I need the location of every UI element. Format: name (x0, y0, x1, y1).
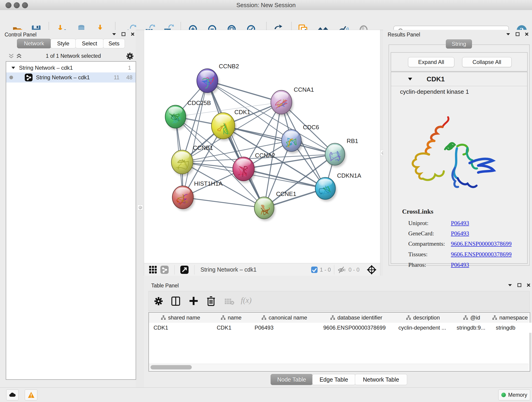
tab-network-table[interactable]: Network Table (355, 374, 407, 385)
crosslink-tissues-link[interactable]: 9606.ENSP00000378699 (451, 251, 512, 258)
panel-menu-icon[interactable] (508, 283, 512, 287)
memory-button[interactable]: Memory (498, 389, 530, 400)
column-header[interactable]: namespace (491, 313, 529, 323)
float-panel-icon[interactable] (517, 283, 521, 287)
network-graph[interactable]: CCNB2CCNA1CDC25BCDK1CDC6RB1CCNB1CCNA2CDK… (144, 30, 380, 263)
horizontal-scrollbar[interactable] (149, 364, 529, 370)
column-header[interactable]: shared name (149, 313, 212, 323)
table-toolbar: f(x) (148, 291, 530, 311)
crosslink-genecard-link[interactable]: P06493 (451, 230, 469, 237)
tab-network[interactable]: Network (17, 39, 51, 48)
function-builder-icon[interactable]: f(x) (241, 296, 252, 305)
delete-table-icon[interactable] (224, 298, 234, 305)
cloud-status-button[interactable] (6, 389, 19, 400)
scrollbar-thumb[interactable] (151, 365, 192, 370)
left-splitter-handle[interactable] (138, 205, 143, 210)
collection-count: 1 (128, 65, 131, 71)
tab-sets[interactable]: Sets (103, 39, 125, 48)
node-CCNB1[interactable]: CCNB1 (171, 144, 213, 176)
network-status-dot (9, 76, 13, 79)
close-panel-icon[interactable] (525, 32, 529, 36)
edge-CCNB2-CCNE1 (207, 81, 264, 208)
edge-CCNB2-HIST1H1A (183, 81, 207, 197)
table-settings-gear-icon[interactable] (154, 297, 163, 306)
delete-column-trash-icon[interactable] (206, 296, 215, 306)
cell-canonical-name: P06493 (250, 323, 323, 333)
node-CCNA1[interactable]: CCNA1 (271, 86, 314, 116)
crosslink-label: Pharos: (408, 262, 426, 268)
table-panel: Table Panel (144, 276, 532, 387)
column-label: name (228, 314, 241, 321)
crosslink-label: Uniprot: (408, 220, 428, 227)
selected-checkbox-icon[interactable] (311, 266, 318, 274)
network-share-icon (25, 73, 33, 82)
node-label-CDC25B: CDC25B (187, 99, 211, 106)
node-CCNB2[interactable]: CCNB2 (197, 63, 239, 95)
crosslink-compartments-link[interactable]: 9606.ENSP00000378699 (451, 240, 512, 247)
node-CCNE1[interactable]: CCNE1 (254, 191, 296, 221)
crosslink-label: Tissues: (408, 251, 428, 258)
column-header[interactable]: canonical name (250, 313, 319, 323)
column-header[interactable]: database identifier (319, 313, 394, 323)
protein-section-header[interactable]: CDK1 (391, 72, 527, 86)
column-header[interactable]: name (212, 313, 250, 323)
network-collection-row[interactable]: String Network – cdk1 1 (6, 63, 136, 73)
network-label: String Network – cdk1 (36, 74, 90, 81)
panel-menu-icon[interactable] (506, 32, 510, 36)
gear-icon[interactable] (126, 52, 134, 60)
network-view-title: String Network – cdk1 (201, 266, 257, 273)
hidden-eye-slash-icon[interactable] (337, 266, 347, 274)
cell-namespace: stringdb (491, 323, 532, 333)
control-panel: Control Panel Network Style Select Sets … (0, 30, 136, 387)
tab-string[interactable]: String (446, 39, 472, 49)
warning-status-button[interactable] (25, 389, 37, 400)
expand-collapse-box: Expand All Collapse All (391, 52, 528, 71)
cell-name: CDK1 (212, 323, 254, 333)
tab-node-table[interactable]: Node Table (271, 374, 313, 385)
section-collapse-icon[interactable] (408, 77, 413, 81)
column-type-icon (492, 315, 497, 320)
float-panel-icon[interactable] (121, 32, 126, 36)
crosslink-label: GeneCard: (408, 230, 434, 237)
tab-select[interactable]: Select (75, 39, 104, 48)
node-RB1[interactable]: RB1 (325, 138, 358, 167)
collapse-all-button[interactable]: Collapse All (462, 57, 512, 67)
network-view-canvas[interactable]: CCNB2CCNA1CDC25BCDK1CDC6RB1CCNB1CCNA2CDK… (144, 30, 380, 264)
grid-view-icon[interactable] (149, 265, 157, 274)
open-in-new-window-icon[interactable] (180, 265, 189, 274)
collection-expand-icon[interactable] (11, 66, 15, 70)
node-table: shared name name canonical name database… (148, 312, 530, 371)
birds-eye-view-icon[interactable] (366, 264, 377, 275)
cell-id: stringdb:9... (452, 323, 496, 333)
tab-edge-table[interactable]: Edge Table (312, 374, 355, 385)
panel-menu-icon[interactable] (112, 32, 116, 36)
column-header[interactable]: description (394, 313, 452, 323)
toolbar-separator (334, 265, 334, 274)
table-panel-title: Table Panel (151, 283, 179, 289)
protein-section: CDK1 cyclin-dependent kinase 1 (391, 72, 528, 264)
crosslink-pharos-link[interactable]: P06493 (451, 262, 469, 268)
expand-all-icon[interactable] (16, 53, 22, 59)
cell-description: cyclin-dependent ... (394, 323, 457, 333)
selected-count-badge: 1 - 0 (320, 267, 331, 273)
node-label-CCNE1: CCNE1 (276, 191, 296, 197)
collapse-all-icon[interactable] (8, 53, 14, 59)
node-HIST1H1A[interactable]: HIST1H1A (172, 180, 223, 211)
toolbar-separator (174, 265, 175, 274)
add-column-icon[interactable] (189, 296, 198, 306)
expand-all-button[interactable]: Expand All (408, 57, 454, 67)
column-type-icon (261, 315, 266, 320)
share-view-icon[interactable] (160, 265, 169, 274)
network-row-selected[interactable]: String Network – cdk1 11 48 (6, 72, 136, 83)
warning-icon (28, 391, 35, 398)
cell-database-identifier: 9606.ENSP00000378699 (319, 323, 399, 333)
crosslink-uniprot-link[interactable]: P06493 (451, 220, 469, 227)
close-panel-icon[interactable] (131, 32, 135, 36)
close-panel-icon[interactable] (526, 283, 531, 287)
show-columns-icon[interactable] (171, 296, 180, 306)
node-CDKN1A[interactable]: CDKN1A (315, 172, 361, 201)
float-panel-icon[interactable] (515, 32, 520, 36)
tab-style[interactable]: Style (51, 39, 76, 48)
column-header[interactable]: @id (452, 313, 491, 323)
protein-description: cyclin-dependent kinase 1 (400, 88, 469, 95)
